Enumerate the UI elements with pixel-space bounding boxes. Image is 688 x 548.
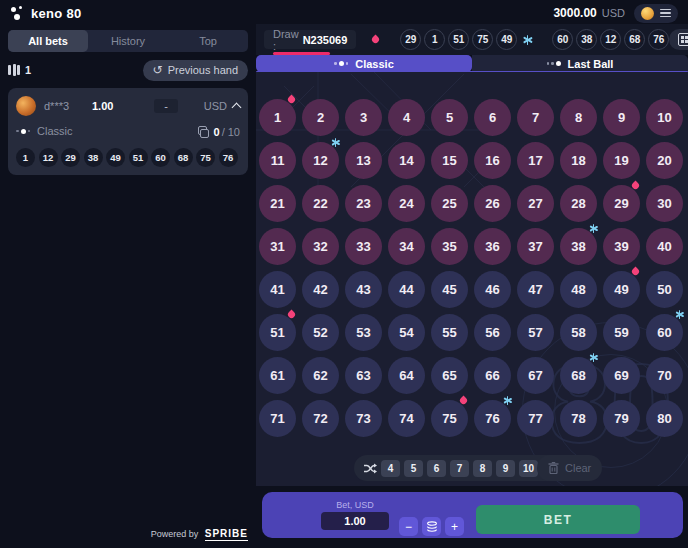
keno-ball-4[interactable]: 4 (388, 99, 425, 136)
keno-ball-16[interactable]: 16 (474, 142, 511, 179)
keno-ball-69[interactable]: 69 (603, 357, 640, 394)
keno-ball-73[interactable]: 73 (345, 400, 382, 437)
keno-ball-5[interactable]: 5 (431, 99, 468, 136)
keno-ball-78[interactable]: 78 (560, 400, 597, 437)
keno-ball-50[interactable]: 50 (646, 271, 683, 308)
keno-ball-53[interactable]: 53 (345, 314, 382, 351)
spribe-logo[interactable]: SPRIBE (205, 528, 248, 541)
shuffle-icon[interactable] (363, 463, 377, 474)
keno-ball-44[interactable]: 44 (388, 271, 425, 308)
keno-ball-48[interactable]: 48 (560, 271, 597, 308)
payout-table-button[interactable]: Payout Table (669, 29, 688, 50)
keno-ball-46[interactable]: 46 (474, 271, 511, 308)
menu-icon[interactable] (660, 9, 671, 18)
keno-ball-18[interactable]: 18 (560, 142, 597, 179)
keno-ball-77[interactable]: 77 (517, 400, 554, 437)
keno-ball-65[interactable]: 65 (431, 357, 468, 394)
tab-history[interactable]: History (88, 30, 168, 52)
quick-pick-5[interactable]: 5 (404, 460, 423, 477)
keno-ball-57[interactable]: 57 (517, 314, 554, 351)
keno-ball-61[interactable]: 61 (259, 357, 296, 394)
keno-ball-12[interactable]: 12 (302, 142, 339, 179)
keno-ball-24[interactable]: 24 (388, 185, 425, 222)
keno-ball-39[interactable]: 39 (603, 228, 640, 265)
keno-ball-23[interactable]: 23 (345, 185, 382, 222)
keno-ball-74[interactable]: 74 (388, 400, 425, 437)
tab-all-bets[interactable]: All bets (8, 30, 88, 52)
quick-pick-7[interactable]: 7 (450, 460, 469, 477)
keno-ball-71[interactable]: 71 (259, 400, 296, 437)
keno-ball-14[interactable]: 14 (388, 142, 425, 179)
keno-ball-45[interactable]: 45 (431, 271, 468, 308)
keno-ball-37[interactable]: 37 (517, 228, 554, 265)
keno-ball-51[interactable]: 51 (259, 314, 296, 351)
keno-ball-7[interactable]: 7 (517, 99, 554, 136)
keno-ball-72[interactable]: 72 (302, 400, 339, 437)
previous-hand-button[interactable]: ↺ Previous hand (143, 60, 248, 81)
keno-ball-59[interactable]: 59 (603, 314, 640, 351)
quick-pick-4[interactable]: 4 (381, 460, 400, 477)
bet-amount-input[interactable] (321, 512, 389, 530)
keno-ball-67[interactable]: 67 (517, 357, 554, 394)
tab-last-ball[interactable]: Last Ball (472, 55, 688, 72)
keno-ball-20[interactable]: 20 (646, 142, 683, 179)
keno-ball-68[interactable]: 68 (560, 357, 597, 394)
keno-ball-49[interactable]: 49 (603, 271, 640, 308)
keno-ball-11[interactable]: 11 (259, 142, 296, 179)
keno-ball-28[interactable]: 28 (560, 185, 597, 222)
keno-ball-26[interactable]: 26 (474, 185, 511, 222)
keno-ball-6[interactable]: 6 (474, 99, 511, 136)
keno-ball-43[interactable]: 43 (345, 271, 382, 308)
keno-ball-30[interactable]: 30 (646, 185, 683, 222)
keno-ball-10[interactable]: 10 (646, 99, 683, 136)
keno-ball-64[interactable]: 64 (388, 357, 425, 394)
keno-ball-17[interactable]: 17 (517, 142, 554, 179)
bet-list-item[interactable]: d***3 1.00 - USD Classic 0/ 10 112293849… (8, 88, 248, 175)
keno-ball-66[interactable]: 66 (474, 357, 511, 394)
tab-classic[interactable]: Classic (256, 55, 472, 72)
keno-ball-9[interactable]: 9 (603, 99, 640, 136)
bet-decrease-button[interactable]: − (399, 517, 418, 536)
keno-ball-63[interactable]: 63 (345, 357, 382, 394)
keno-ball-38[interactable]: 38 (560, 228, 597, 265)
keno-ball-1[interactable]: 1 (259, 99, 296, 136)
keno-ball-19[interactable]: 19 (603, 142, 640, 179)
account-menu[interactable] (634, 4, 678, 23)
keno-ball-47[interactable]: 47 (517, 271, 554, 308)
quick-pick-9[interactable]: 9 (496, 460, 515, 477)
keno-ball-27[interactable]: 27 (517, 185, 554, 222)
keno-ball-62[interactable]: 62 (302, 357, 339, 394)
keno-ball-36[interactable]: 36 (474, 228, 511, 265)
keno-ball-29[interactable]: 29 (603, 185, 640, 222)
keno-ball-15[interactable]: 15 (431, 142, 468, 179)
quick-pick-8[interactable]: 8 (473, 460, 492, 477)
keno-ball-58[interactable]: 58 (560, 314, 597, 351)
keno-ball-54[interactable]: 54 (388, 314, 425, 351)
copy-icon[interactable] (198, 126, 207, 136)
keno-ball-52[interactable]: 52 (302, 314, 339, 351)
keno-ball-31[interactable]: 31 (259, 228, 296, 265)
keno-ball-21[interactable]: 21 (259, 185, 296, 222)
quick-pick-6[interactable]: 6 (427, 460, 446, 477)
keno-ball-13[interactable]: 13 (345, 142, 382, 179)
bet-increase-button[interactable]: + (445, 517, 464, 536)
keno-ball-55[interactable]: 55 (431, 314, 468, 351)
keno-ball-40[interactable]: 40 (646, 228, 683, 265)
keno-ball-34[interactable]: 34 (388, 228, 425, 265)
keno-ball-35[interactable]: 35 (431, 228, 468, 265)
keno-ball-3[interactable]: 3 (345, 99, 382, 136)
keno-ball-2[interactable]: 2 (302, 99, 339, 136)
keno-ball-42[interactable]: 42 (302, 271, 339, 308)
bet-currency-group[interactable]: USD (204, 100, 240, 112)
keno-ball-8[interactable]: 8 (560, 99, 597, 136)
keno-ball-33[interactable]: 33 (345, 228, 382, 265)
quick-pick-10[interactable]: 10 (519, 460, 538, 477)
bet-button[interactable]: BET (476, 505, 640, 534)
keno-ball-41[interactable]: 41 (259, 271, 296, 308)
keno-ball-70[interactable]: 70 (646, 357, 683, 394)
keno-ball-60[interactable]: 60 (646, 314, 683, 351)
keno-ball-32[interactable]: 32 (302, 228, 339, 265)
keno-ball-25[interactable]: 25 (431, 185, 468, 222)
keno-ball-79[interactable]: 79 (603, 400, 640, 437)
bet-presets-button[interactable] (422, 517, 441, 536)
